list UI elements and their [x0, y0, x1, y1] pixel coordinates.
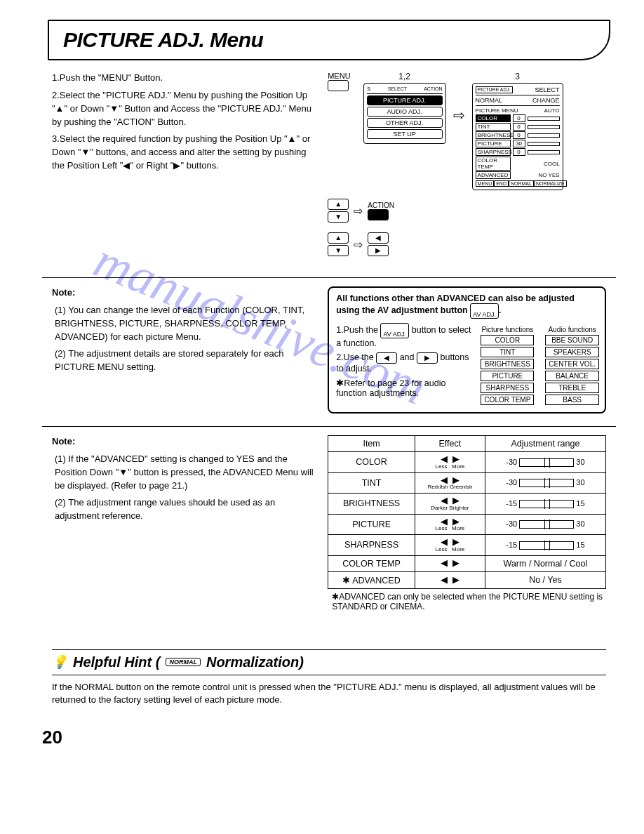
- hint-heading: 💡 Helpful Hint ( NORMAL Normalization): [52, 649, 606, 675]
- step3-label: 3: [472, 72, 563, 81]
- instructions: 1.Push the "MENU" Button. 2.Select the "…: [52, 72, 318, 265]
- pic-fn-colortemp: COLOR TEMP: [481, 395, 534, 405]
- row-tint-item: TINT: [328, 472, 415, 494]
- osd-action-label: ACTION: [424, 86, 442, 92]
- step-2: 2.Select the "PICTURE ADJ." Menu by push…: [52, 89, 318, 129]
- note2-1: (1) If the "ADVANCED" setting is changed…: [55, 453, 318, 493]
- row-picture-item: PICTURE: [328, 514, 415, 535]
- osd3-picmenu-val: AUTO: [544, 107, 560, 114]
- note1-2: (2) The adjustment details are stored se…: [55, 348, 318, 374]
- osd-item-setup: SET UP: [367, 129, 443, 139]
- av-adjustment-box: All functions other than ADVANCED can al…: [328, 286, 606, 413]
- table-row: ✱ ADVANCED ◀ ▶ No / Yes: [328, 571, 606, 588]
- osd3-foot-normalize: NORMALIZE: [534, 180, 567, 187]
- button-diagram-2: ▲▼ ⇨ ACTION: [328, 197, 606, 224]
- osd-item-audio: AUDIO ADJ.: [367, 107, 443, 117]
- osd3-ct-v: COOL: [544, 161, 560, 167]
- table-row: TINT ◀ ▶Reddish Greenish -30 30: [328, 472, 606, 494]
- osd3-bright-v: 0: [513, 131, 525, 139]
- note1-head: Note:: [52, 286, 318, 300]
- osd3-ct: COLOR TEMP: [476, 157, 511, 171]
- row-sharp-range: -15 15: [485, 535, 605, 556]
- osd3-picmenu: PICTURE MENU: [476, 107, 518, 114]
- aud-fn-head: Audio functions: [545, 326, 599, 333]
- title-box: PICTURE ADJ. Menu: [48, 20, 610, 60]
- osd-select-label: SELECT: [388, 86, 407, 92]
- osd3-sharp-v: 0: [513, 148, 525, 156]
- av-step2a: 2.Use the: [336, 352, 374, 362]
- note2-head: Note:: [52, 435, 318, 449]
- av-adj-label: AV ADJ.: [473, 311, 496, 318]
- table-row: PICTURE ◀ ▶Less More -30 30: [328, 514, 606, 535]
- table-row: SHARPNESS ◀ ▶Less More -15 15: [328, 535, 606, 556]
- row-ct-item: COLOR TEMP: [328, 555, 415, 571]
- osd3-title: PICTURE ADJ.: [476, 86, 513, 93]
- osd3-foot-end: END: [494, 180, 509, 187]
- aud-fn-balance: BALANCE: [545, 371, 599, 381]
- right-btn-icon: ▶: [417, 352, 438, 364]
- row-adv-range: No / Yes: [485, 571, 605, 588]
- page-number: 20: [42, 727, 616, 748]
- aud-fn-center: CENTER VOL.: [545, 359, 599, 369]
- osd3-foot-menu: MENU: [476, 180, 495, 187]
- hint-pre: Helpful Hint (: [73, 654, 160, 670]
- osd-screen-1: ⇅SELECTACTION PICTURE ADJ. AUDIO ADJ. OT…: [363, 83, 446, 144]
- row-tint-effect: ◀ ▶Reddish Greenish: [415, 472, 485, 494]
- aud-fn-bbe: BBE SOUND: [545, 335, 599, 345]
- pic-fn-sharp: SHARPNESS: [481, 383, 534, 393]
- table-footnote: ✱ADVANCED can only be selected when the …: [328, 592, 606, 611]
- pic-fn-tint: TINT: [481, 347, 534, 357]
- row-adv-item: ✱ ADVANCED: [328, 571, 415, 588]
- step-3: 3.Select the required function by pushin…: [52, 133, 318, 173]
- osd3-adv-v: NO YES: [538, 172, 559, 178]
- th-range: Adjustment range: [485, 436, 605, 452]
- av-adj-btn-inline: AV ADJ.: [380, 323, 409, 338]
- row-ct-range: Warm / Normal / Cool: [485, 555, 605, 571]
- osd3-select: SELECT: [535, 86, 560, 93]
- osd-item-picture: PICTURE ADJ.: [367, 95, 443, 105]
- row-ct-effect: ◀ ▶: [415, 555, 485, 571]
- row-adv-effect: ◀ ▶: [415, 571, 485, 588]
- osd-screen-3: PICTURE ADJ. SELECT NORMAL CHANGE PICTUR…: [472, 83, 563, 190]
- row-color-item: COLOR: [328, 452, 415, 473]
- left-btn-icon: ◀: [376, 352, 397, 364]
- step12-label: 1,2: [363, 72, 446, 81]
- action-label: ACTION: [368, 201, 394, 209]
- step-1: 1.Push the "MENU" Button.: [52, 72, 318, 85]
- arrow-icon: ⇨: [453, 72, 465, 124]
- row-sharp-effect: ◀ ▶Less More: [415, 535, 485, 556]
- normal-button-icon: NORMAL: [166, 658, 201, 666]
- pic-fn-bright: BRIGHTNESS: [481, 359, 534, 369]
- row-picture-effect: ◀ ▶Less More: [415, 514, 485, 535]
- osd3-tint-v: 0: [513, 123, 525, 131]
- th-effect: Effect: [415, 436, 485, 452]
- th-item: Item: [328, 436, 415, 452]
- osd-item-other: OTHER ADJ.: [367, 118, 443, 128]
- note1-1: (1) You can change the level of each Fun…: [55, 304, 318, 344]
- row-tint-range: -30 30: [485, 472, 605, 494]
- table-row: COLOR ◀ ▶Less More -30 30: [328, 452, 606, 473]
- row-picture-range: -30 30: [485, 514, 605, 535]
- av-step2b: and: [400, 352, 415, 362]
- av-step1a: 1.Push the: [336, 325, 378, 335]
- aud-fn-treble: TREBLE: [545, 383, 599, 393]
- hint-post: Normalization): [206, 654, 304, 670]
- row-color-range: -30 30: [485, 452, 605, 473]
- page-title: PICTURE ADJ. Menu: [63, 28, 595, 52]
- menu-button-icon: [328, 80, 349, 91]
- aud-fn-bass: BASS: [545, 395, 599, 405]
- osd3-bright: BRIGHTNESS: [476, 131, 511, 139]
- pic-fn-head: Picture functions: [481, 326, 534, 333]
- osd3-color-v: 0: [513, 114, 525, 122]
- osd3-tint: TINT: [476, 123, 511, 131]
- menu-label: MENU: [328, 72, 350, 80]
- row-bright-item: BRIGHTNESS: [328, 494, 415, 515]
- aud-fn-spk: SPEAKERS: [545, 347, 599, 357]
- table-row: BRIGHTNESS ◀ ▶Darker Brighter -15 15: [328, 494, 606, 515]
- button-diagram-3: ▲▼ ⇨ ◀▶: [328, 231, 606, 258]
- diagram-area: MENU 1,2 ⇅SELECTACTION PICTURE ADJ. AUDI…: [328, 72, 606, 265]
- row-bright-effect: ◀ ▶Darker Brighter: [415, 494, 485, 515]
- adjustment-table: Item Effect Adjustment range COLOR ◀ ▶Le…: [328, 435, 606, 589]
- av-star-note: ✱Refer to page 23 for audio function adj…: [336, 378, 476, 398]
- osd3-picture-v: 30: [513, 140, 525, 147]
